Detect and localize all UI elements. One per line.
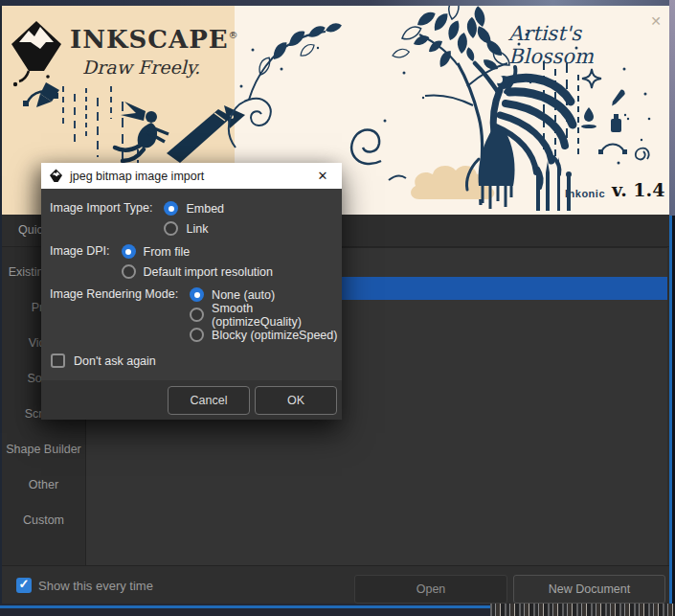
show-every-time-label: Show this every time [38, 579, 153, 593]
cancel-button[interactable]: Cancel [168, 386, 250, 415]
radio-label: Blocky (optimizeSpeed) [212, 329, 337, 342]
radio-icon[interactable] [190, 328, 204, 342]
inkscape-wordmark: INKSCAPE® [70, 25, 239, 54]
radio-icon[interactable] [164, 221, 178, 236]
radio-icon[interactable] [122, 244, 136, 259]
group-image-rendering-mode: Image Rendering Mode: None (auto) Smooth… [50, 285, 342, 345]
screenshot-root: INKSCAPE® Draw Freely. Artist's Blossom … [0, 0, 675, 616]
radio-label: Default import resolution [144, 265, 273, 279]
radio-option-embed[interactable]: Embed [164, 198, 224, 218]
window-close-icon[interactable]: ✕ [645, 11, 666, 31]
radio-label: Smooth (optimizeQuality) [212, 302, 342, 329]
dont-ask-row[interactable]: Don't ask again [51, 354, 342, 368]
radio-label: From file [144, 245, 191, 259]
radio-icon[interactable] [190, 308, 204, 322]
sidebar-item-shape-builder[interactable]: Shape Builder [2, 432, 85, 468]
group-image-import-type: Image Import Type: Embed Link [50, 198, 342, 239]
radio-icon[interactable] [190, 287, 204, 302]
bottom-bar: Show this every time Open New Document [2, 565, 669, 604]
jpeg-import-dialog: jpeg bitmap image import ✕ Image Import … [41, 163, 342, 420]
radio-option-default-import-resolution[interactable]: Default import resolution [122, 262, 273, 282]
artwork-credit: Inkonic [565, 188, 605, 199]
radio-label: None (auto) [212, 288, 275, 302]
dialog-title: jpeg bitmap image import [70, 170, 309, 183]
show-every-time-checkbox[interactable] [16, 578, 32, 593]
radio-option-blocky[interactable]: Blocky (optimizeSpeed) [190, 325, 342, 345]
group-image-dpi: Image DPI: From file Default import reso… [50, 241, 342, 282]
radio-label: Link [186, 222, 208, 236]
dont-ask-checkbox[interactable] [51, 354, 65, 368]
taskbar-fragment [490, 604, 675, 616]
radio-option-from-file[interactable]: From file [122, 241, 273, 262]
open-button[interactable]: Open [354, 575, 507, 604]
radio-option-link[interactable]: Link [164, 218, 224, 239]
radio-icon[interactable] [122, 264, 136, 279]
dialog-close-icon[interactable]: ✕ [309, 169, 336, 183]
radio-icon[interactable] [164, 201, 178, 216]
desktop-edge-right-upper [669, 0, 675, 216]
group-label: Image Import Type: [50, 198, 152, 218]
sidebar-item-custom[interactable]: Custom [2, 503, 85, 538]
new-document-button[interactable]: New Document [513, 575, 665, 604]
registered-mark: ® [229, 30, 239, 40]
group-label: Image Rendering Mode: [50, 285, 178, 305]
sidebar-item-other[interactable]: Other [2, 468, 85, 503]
dialog-titlebar[interactable]: jpeg bitmap image import ✕ [41, 163, 342, 189]
dialog-body: Image Import Type: Embed Link Image DPI: [41, 189, 342, 380]
ok-button[interactable]: OK [255, 386, 337, 415]
dialog-footer: Cancel OK [41, 380, 342, 420]
window-border-right [669, 216, 675, 616]
radio-option-smooth[interactable]: Smooth (optimizeQuality) [190, 305, 342, 325]
inkscape-tagline: Draw Freely. [82, 57, 200, 78]
dont-ask-label: Don't ask again [74, 354, 156, 368]
radio-label: Embed [186, 202, 224, 216]
version-label: v. 1.4 [612, 179, 664, 200]
inkscape-dialog-icon [49, 169, 63, 183]
group-label: Image DPI: [50, 241, 110, 262]
window-border-bottom [0, 605, 490, 608]
